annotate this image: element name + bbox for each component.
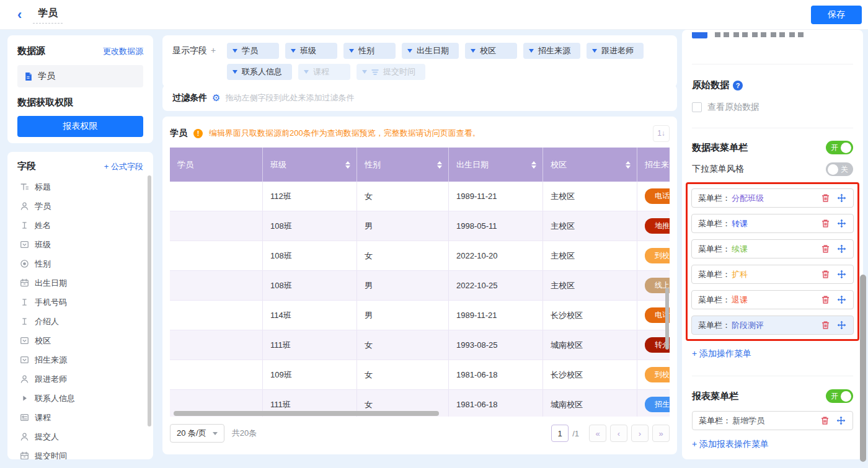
display-field-chip[interactable]: 性别 xyxy=(343,43,396,59)
trash-icon[interactable] xyxy=(821,270,831,280)
table-row[interactable]: 109班女1981-06-18长沙校区到校 xyxy=(170,360,670,390)
fields-scrollbar[interactable] xyxy=(148,175,151,426)
last-page-button[interactable]: » xyxy=(652,425,670,442)
field-item[interactable]: 介绍人 xyxy=(17,312,143,331)
field-item[interactable]: 课程 xyxy=(17,408,143,427)
move-icon[interactable] xyxy=(836,416,846,426)
table-cell: 108班 xyxy=(263,241,357,270)
trash-icon[interactable] xyxy=(821,295,831,305)
trash-icon[interactable] xyxy=(820,416,830,426)
move-icon[interactable] xyxy=(837,193,847,203)
field-item[interactable]: 手机号码 xyxy=(17,293,143,312)
field-item[interactable]: 招生来源 xyxy=(17,350,143,369)
menu-bar-item[interactable]: 菜单栏：阶段测评 xyxy=(691,316,854,335)
move-icon[interactable] xyxy=(837,295,847,305)
field-label: 班级 xyxy=(35,239,51,250)
trash-icon[interactable] xyxy=(821,219,831,229)
first-page-button[interactable]: « xyxy=(589,425,606,442)
move-icon[interactable] xyxy=(837,320,847,330)
dropdown-style-toggle[interactable]: 关 xyxy=(826,162,853,176)
filter-panel[interactable]: 过滤条件 ⚙ 拖动左侧字段到此处来添加过滤条件 xyxy=(162,85,677,111)
sort-arrows-icon[interactable] xyxy=(626,161,631,169)
field-item[interactable]: 出生日期 xyxy=(17,273,143,293)
page-scrollbar[interactable] xyxy=(860,275,866,462)
menu-bar-item[interactable]: 菜单栏：分配班级 xyxy=(691,188,854,208)
fields-panel: 字段 + 公式字段 标题学员姓名班级性别出生日期手机号码介绍人校区招生来源跟进老… xyxy=(7,152,153,459)
sort-order-button[interactable]: 1↓ xyxy=(653,125,670,142)
save-button[interactable]: 保存 xyxy=(811,6,862,24)
menu-bar-item[interactable]: 菜单栏：续课 xyxy=(691,239,854,258)
table-body: 112班女1989-11-21主校区电话108班男1998-05-11主校区地推… xyxy=(170,182,670,417)
page-number-input[interactable]: 1 xyxy=(551,425,569,442)
field-item[interactable]: 提交时间 xyxy=(17,446,143,459)
datasource-item[interactable]: 学员 xyxy=(17,65,143,87)
table-row[interactable]: 108班女2022-10-20主校区到校 xyxy=(170,241,670,271)
formula-field-link[interactable]: + 公式字段 xyxy=(104,161,143,172)
add-field-button[interactable]: + xyxy=(211,45,216,55)
menu-bar-item[interactable]: 菜单栏：新增学员 xyxy=(692,411,853,430)
field-item[interactable]: 性别 xyxy=(17,254,143,273)
table-row[interactable]: 114班男1989-11-21长沙校区电话 xyxy=(170,301,670,330)
next-page-button[interactable]: › xyxy=(631,425,649,442)
menu-bar-item[interactable]: 菜单栏：转课 xyxy=(691,214,854,233)
table-row[interactable]: 108班男2022-10-25主校区线上 xyxy=(170,271,670,301)
page-size-select[interactable]: 20 条/页 xyxy=(170,424,224,443)
move-icon[interactable] xyxy=(837,219,847,229)
table-horizontal-scrollbar[interactable] xyxy=(174,411,439,416)
checkbox-checked-icon[interactable] xyxy=(692,32,707,38)
caret-down-icon xyxy=(471,49,476,53)
gear-icon[interactable]: ⚙ xyxy=(212,92,220,104)
calendar-icon xyxy=(20,451,29,459)
add-report-menu-link[interactable]: + 添加报表操作菜单 xyxy=(692,439,769,449)
display-fields-label: 显示字段+ xyxy=(172,43,227,85)
question-icon[interactable]: ? xyxy=(733,81,743,91)
person-icon xyxy=(20,432,29,441)
display-field-chip[interactable]: 提交时间 xyxy=(356,64,425,80)
field-item[interactable]: 班级 xyxy=(17,235,143,254)
display-field-chip[interactable]: 出生日期 xyxy=(402,43,459,59)
display-field-chip[interactable]: 课程 xyxy=(298,64,350,80)
display-field-chip[interactable]: 班级 xyxy=(285,43,337,59)
menu-item-prefix: 菜单栏： xyxy=(698,269,730,280)
sort-arrows-icon[interactable] xyxy=(531,161,536,169)
display-field-chip[interactable]: 联系人信息 xyxy=(227,64,292,80)
move-icon[interactable] xyxy=(837,270,847,280)
menu-bar-item[interactable]: 菜单栏：退课 xyxy=(691,290,854,309)
back-icon[interactable]: ‹ xyxy=(17,8,22,22)
report-permission-button[interactable]: 报表权限 xyxy=(17,116,143,137)
sort-arrows-icon[interactable] xyxy=(345,161,350,169)
field-item[interactable]: 联系人信息 xyxy=(17,389,143,408)
highlight-box: 菜单栏：分配班级菜单栏：转课菜单栏：续课菜单栏：扩科菜单栏：退课菜单栏：阶段测评 xyxy=(686,182,859,341)
radio-icon xyxy=(20,259,29,268)
field-item[interactable]: 姓名 xyxy=(17,216,143,235)
field-item[interactable]: 提交人 xyxy=(17,427,143,446)
field-item[interactable]: 学员 xyxy=(17,196,143,216)
page-title[interactable]: 学员 xyxy=(33,6,63,24)
display-field-chip[interactable]: 招生来源 xyxy=(523,43,580,59)
report-menu-toggle[interactable]: 开 xyxy=(826,389,853,403)
table-cell: 城南校区 xyxy=(543,330,637,360)
trash-icon[interactable] xyxy=(821,244,831,254)
change-datasource-link[interactable]: 更改数据源 xyxy=(103,46,143,57)
trash-icon[interactable] xyxy=(821,320,831,330)
prev-page-button[interactable]: ‹ xyxy=(610,425,627,442)
menu-bar-item[interactable]: 菜单栏：扩科 xyxy=(691,265,854,284)
table-vertical-scrollbar[interactable] xyxy=(665,288,669,350)
trash-icon[interactable] xyxy=(821,193,831,203)
table-row[interactable]: 112班女1989-11-21主校区电话 xyxy=(170,182,670,211)
table-row[interactable]: 108班男1998-05-11主校区地推 xyxy=(170,211,670,241)
table-row[interactable]: 111班女1993-08-25城南校区转介 xyxy=(170,330,670,360)
table-cell: 108班 xyxy=(263,211,357,241)
page-of-label: /1 xyxy=(572,429,579,438)
field-item[interactable]: 标题 xyxy=(17,177,143,196)
raw-data-checkbox[interactable] xyxy=(692,102,702,112)
field-item[interactable]: 跟进老师 xyxy=(17,369,143,389)
add-action-menu-link[interactable]: + 添加操作菜单 xyxy=(692,348,751,358)
sort-arrows-icon[interactable] xyxy=(437,161,442,169)
field-item[interactable]: 校区 xyxy=(17,331,143,350)
display-field-chip[interactable]: 学员 xyxy=(227,43,279,59)
display-field-chip[interactable]: 校区 xyxy=(465,43,517,59)
display-field-chip[interactable]: 跟进老师 xyxy=(587,43,644,59)
table-menu-toggle[interactable]: 开 xyxy=(826,141,853,154)
move-icon[interactable] xyxy=(837,244,847,254)
